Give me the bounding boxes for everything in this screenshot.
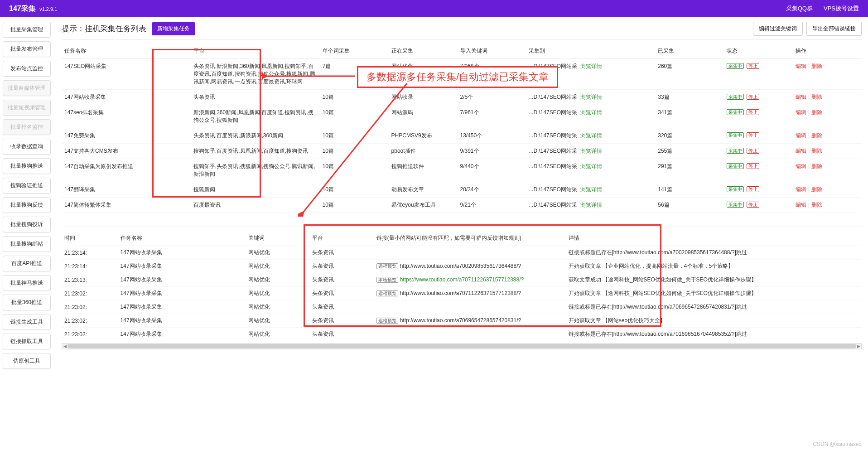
task-name: 147翻译采集	[62, 182, 191, 198]
sidebar-item-16[interactable]: 链接抓取工具	[3, 334, 51, 349]
delete-button[interactable]: 删除	[811, 148, 822, 154]
sidebar-item-6[interactable]: 收录数据查询	[3, 139, 51, 155]
stop-button[interactable]: 停止	[747, 163, 759, 169]
task-platform: 头条资讯,新浪新闻,360新闻,凤凰新闻,搜狗知乎,百度资讯,百度知道,搜狗资讯…	[191, 59, 320, 90]
status-collecting-badge: 采集中	[727, 94, 744, 100]
task-dest: ...D:\147SEO网站采 浏览详情	[526, 59, 655, 90]
task-ops: 编辑|删除	[793, 105, 862, 128]
log-row: 21:23:02:147网站收录采集网站优化头条资讯链接或标题已存在[http:…	[62, 300, 862, 314]
stop-button[interactable]: 停止	[747, 63, 759, 69]
log-detail: 链接或标题已存在[http://www.toutiao.com/a7002098…	[566, 246, 862, 260]
edit-button[interactable]: 编辑	[796, 163, 806, 169]
stop-button[interactable]: 停止	[747, 148, 759, 154]
sidebar-item-17[interactable]: 伪原创工具	[3, 353, 51, 369]
horizontal-scrollbar[interactable]: ◀ ▶	[62, 343, 862, 349]
log-link: 本地预览https://www.toutiao.com/a70711226371…	[374, 273, 566, 287]
stop-button[interactable]: 停止	[747, 186, 759, 192]
edit-button[interactable]: 编辑	[796, 186, 806, 193]
task-dest: ...D:\147SEO网站采 浏览详情	[526, 144, 655, 159]
sidebar-item-15[interactable]: 链接生成工具	[3, 314, 51, 330]
new-task-button[interactable]: 新增采集任务	[152, 22, 195, 35]
browse-detail-link[interactable]: 浏览详情	[580, 109, 602, 116]
delete-button[interactable]: 删除	[811, 202, 822, 208]
sidebar-item-12[interactable]: 百度API推送	[3, 256, 51, 271]
task-ops: 编辑|删除	[793, 90, 862, 105]
task-name: 147seo排名采集	[62, 105, 191, 128]
browse-detail-link[interactable]: 浏览详情	[580, 186, 602, 193]
task-single: 10篇	[320, 128, 389, 144]
export-error-links-button[interactable]: 导出全部错误链接	[806, 22, 862, 36]
log-time: 21:23:14:	[62, 260, 118, 273]
delete-button[interactable]: 删除	[811, 186, 822, 193]
delete-button[interactable]: 删除	[811, 109, 822, 116]
sidebar-item-4: 批量短视频管理	[3, 100, 51, 116]
edit-button[interactable]: 编辑	[796, 148, 806, 154]
sidebar-item-11[interactable]: 批量搜狗绑站	[3, 236, 51, 252]
log-detail: 开始获取文章 【企业网站优化，提高网站流量，4个标准，5个策略】	[566, 260, 862, 273]
stop-button[interactable]: 停止	[747, 132, 759, 138]
sidebar-item-9[interactable]: 批量搜狗反馈	[3, 197, 51, 213]
link-vps-dial[interactable]: VPS拨号设置	[824, 5, 859, 13]
sidebar-item-10[interactable]: 批量搜狗投诉	[3, 217, 51, 232]
browse-detail-link[interactable]: 浏览详情	[580, 132, 602, 139]
edit-button[interactable]: 编辑	[796, 132, 806, 139]
scroll-thumb[interactable]	[68, 344, 856, 348]
link-qq-group[interactable]: 采集QQ群	[786, 5, 813, 13]
browse-detail-link[interactable]: 浏览详情	[580, 202, 602, 208]
preview-tag[interactable]: 远程预览	[376, 318, 398, 324]
task-col-header: 任务名称	[62, 44, 191, 59]
task-row: 147seo排名采集新浪新闻,360新闻,凤凰新闻,百度知道,搜狗资讯,搜狗公众…	[62, 105, 862, 128]
edit-button[interactable]: 编辑	[796, 63, 806, 69]
task-dest: ...D:\147SEO网站采 浏览详情	[526, 182, 655, 198]
stop-button[interactable]: 停止	[747, 202, 759, 208]
sidebar-item-8[interactable]: 搜狗验证推送	[3, 178, 51, 194]
log-url[interactable]: http://www.toutiao.com/a7069654728657420…	[400, 317, 521, 324]
task-platform: 搜狗知乎,百度资讯,凤凰新闻,百度知道,搜狗资讯	[191, 144, 320, 159]
browse-detail-link[interactable]: 浏览详情	[580, 163, 602, 169]
task-platform: 新浪新闻,360新闻,凤凰新闻,百度知道,搜狗资讯,搜狗公众号,搜狐新闻	[191, 105, 320, 128]
task-status: 采集中 停止	[724, 144, 793, 159]
top-bar: 147采集 v1.2.9.1 采集QQ群 VPS拨号设置	[0, 0, 868, 17]
log-url[interactable]: http://www.toutiao.com/a7002098535617364…	[400, 263, 521, 269]
scroll-right-icon[interactable]: ▶	[856, 344, 861, 349]
sidebar-item-13[interactable]: 批量神马推送	[3, 275, 51, 291]
log-keyword: 网站优化	[246, 246, 309, 260]
task-imported: 9/391个	[458, 144, 526, 159]
log-row: 21:23:13:147网站收录采集网站优化头条资讯本地预览https://ww…	[62, 273, 862, 287]
delete-button[interactable]: 删除	[811, 94, 822, 100]
edit-filter-keywords-button[interactable]: 编辑过滤关键词	[753, 22, 803, 36]
log-url[interactable]: https://www.toutiao.com/a707112263715771…	[400, 276, 524, 283]
delete-button[interactable]: 删除	[811, 132, 822, 139]
browse-detail-link[interactable]: 浏览详情	[580, 148, 602, 154]
task-row: 147翻译采集搜狐新闻10篇动易发布文章20/34个...D:\147SEO网站…	[62, 182, 862, 198]
edit-button[interactable]: 编辑	[796, 109, 806, 116]
preview-tag[interactable]: 本地预览	[376, 277, 398, 283]
preview-tag[interactable]: 远程预览	[376, 290, 398, 296]
log-keyword: 网站优化	[246, 300, 309, 314]
log-platform: 头条资讯	[309, 287, 373, 300]
sidebar-item-1[interactable]: 批量发布管理	[3, 41, 51, 57]
edit-button[interactable]: 编辑	[796, 202, 806, 208]
sidebar-item-7[interactable]: 批量搜狗推送	[3, 158, 51, 174]
task-collected: 260篇	[655, 59, 724, 90]
log-task: 147网站收录采集	[118, 300, 246, 314]
status-collecting-badge: 采集中	[727, 148, 744, 154]
browse-detail-link[interactable]: 浏览详情	[580, 63, 602, 69]
task-collected: 341篇	[655, 105, 724, 128]
log-platform: 头条资讯	[309, 246, 373, 260]
stop-button[interactable]: 停止	[747, 94, 759, 100]
browse-detail-link[interactable]: 浏览详情	[580, 94, 602, 100]
delete-button[interactable]: 删除	[811, 163, 822, 169]
log-detail: 开始获取文章 【途网科技_网站SEO优化如何做_关于SEO优化详细操作步骤】	[566, 287, 862, 300]
log-task: 147网站收录采集	[118, 246, 246, 260]
stop-button[interactable]: 停止	[747, 109, 759, 115]
task-row: 147支持各大CMS发布搜狗知乎,百度资讯,凤凰新闻,百度知道,搜狗资讯10篇p…	[62, 144, 862, 159]
edit-button[interactable]: 编辑	[796, 94, 806, 100]
sidebar-item-0[interactable]: 批量采集管理	[3, 22, 51, 38]
delete-button[interactable]: 删除	[811, 63, 822, 69]
sidebar-item-14[interactable]: 批量360推送	[3, 295, 51, 310]
preview-tag[interactable]: 远程预览	[376, 263, 398, 269]
sidebar-item-2[interactable]: 发布站点监控	[3, 61, 51, 77]
log-url[interactable]: http://www.toutiao.com/a7071122637157712…	[400, 290, 521, 296]
scroll-left-icon[interactable]: ◀	[62, 344, 68, 349]
